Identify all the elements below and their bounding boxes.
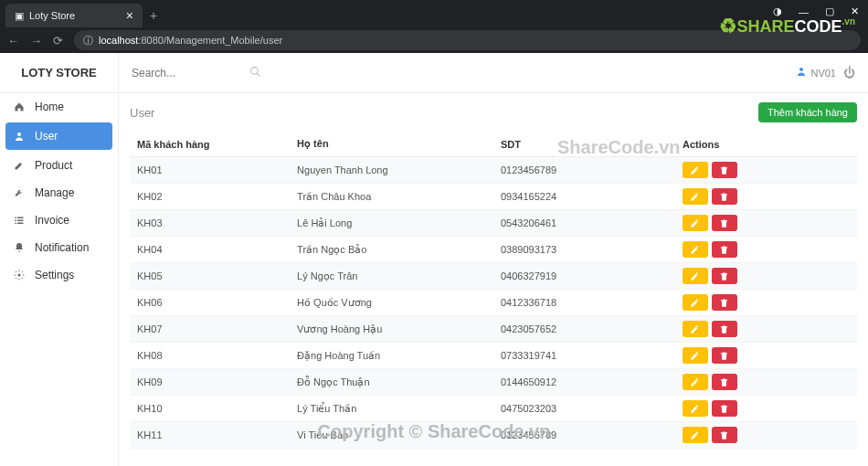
- edit-button[interactable]: [683, 294, 708, 311]
- delete-button[interactable]: [712, 215, 737, 231]
- cell-phone: 0475023203: [493, 396, 675, 422]
- cell-actions: [675, 237, 857, 263]
- cell-name: Trần Châu Khoa: [290, 184, 493, 210]
- sidebar-item-product[interactable]: Product: [0, 152, 118, 179]
- page-title: User: [130, 106, 154, 120]
- cell-phone: 0406327919: [493, 263, 675, 290]
- delete-button[interactable]: [712, 268, 737, 284]
- delete-button[interactable]: [712, 374, 737, 390]
- cell-phone: 0543206461: [493, 210, 675, 237]
- col-name: Họ tên: [290, 132, 493, 157]
- delete-button[interactable]: [712, 400, 737, 417]
- reload-button[interactable]: ⟳: [53, 34, 63, 48]
- url-path: /Management_Mobile/user: [164, 35, 282, 46]
- table-row: KH07Vương Hoàng Hậu0423057652: [130, 316, 857, 343]
- edit-icon: [13, 160, 26, 171]
- edit-button[interactable]: [683, 241, 708, 258]
- svg-point-2: [799, 68, 803, 71]
- cell-phone: 0412336718: [493, 290, 675, 316]
- tab-close-button[interactable]: ×: [126, 8, 133, 23]
- edit-button[interactable]: [683, 215, 708, 231]
- col-id: Mã khách hàng: [130, 132, 290, 157]
- edit-button[interactable]: [683, 374, 708, 390]
- sidebar-item-label: Product: [35, 159, 72, 172]
- brand-logo[interactable]: LOTY STORE: [0, 53, 119, 93]
- sidebar-item-manage[interactable]: Manage: [0, 179, 118, 207]
- table-row: KH02Trần Châu Khoa0934165224: [130, 184, 857, 210]
- add-customer-button[interactable]: Thêm khách hàng: [758, 102, 857, 122]
- sidebar-item-notification[interactable]: Notification: [0, 234, 118, 261]
- cell-name: Lý Ngọc Trân: [290, 263, 493, 290]
- cell-phone: 0389093173: [493, 237, 675, 263]
- logout-icon[interactable]: ⏻: [843, 66, 855, 79]
- sidebar-item-label: Home: [35, 101, 64, 113]
- edit-button[interactable]: [683, 188, 708, 205]
- users-table: Mã khách hàng Họ tên SDT Actions KH01Ngu…: [130, 132, 857, 449]
- url-host: localhost: [99, 35, 138, 46]
- sidebar-item-user[interactable]: User: [5, 122, 112, 150]
- delete-button[interactable]: [712, 188, 737, 205]
- cell-phone: 0123456789: [493, 157, 675, 184]
- sidebar-item-invoice[interactable]: Invoice: [0, 207, 118, 234]
- cogs-icon: [13, 270, 26, 281]
- cell-phone: 0934165224: [493, 184, 675, 210]
- edit-button[interactable]: [683, 268, 708, 284]
- table-row: KH10Lý Tiểu Thần0475023203: [130, 396, 857, 422]
- search-input[interactable]: [132, 67, 241, 79]
- delete-button[interactable]: [712, 294, 737, 311]
- delete-button[interactable]: [712, 241, 737, 258]
- sidebar-item-settings[interactable]: Settings: [0, 261, 118, 289]
- cell-id: KH01: [130, 157, 290, 184]
- user-icon: [796, 66, 807, 79]
- table-row: KH04Trần Ngọc Bảo0389093173: [130, 237, 857, 263]
- cell-actions: [675, 369, 857, 396]
- cell-name: Đỗ Ngọc Thuận: [290, 369, 493, 396]
- tab-favicon: ▣: [15, 10, 24, 22]
- back-button[interactable]: ←: [7, 34, 19, 48]
- cell-name: Hồ Quốc Vương: [290, 290, 493, 316]
- sidebar-item-home[interactable]: Home: [0, 93, 118, 121]
- forward-button[interactable]: →: [30, 34, 42, 48]
- cell-id: KH02: [130, 184, 290, 210]
- app-header: LOTY STORE NV01 ⏻: [0, 53, 868, 93]
- svg-point-3: [17, 132, 21, 136]
- svg-rect-6: [16, 220, 17, 222]
- cell-name: Nguyen Thanh Long: [290, 157, 493, 184]
- search-icon[interactable]: [249, 66, 261, 80]
- cell-phone: 0144650912: [493, 369, 675, 396]
- svg-point-10: [18, 274, 21, 277]
- delete-button[interactable]: [712, 321, 737, 337]
- sidebar: HomeUserProductManageInvoiceNotification…: [0, 53, 119, 466]
- cell-actions: [675, 210, 857, 237]
- cell-id: KH08: [130, 343, 290, 369]
- main-content: User Thêm khách hàng Mã khách hàng Họ tê…: [119, 53, 868, 466]
- cell-id: KH09: [130, 369, 290, 396]
- site-info-icon[interactable]: ⓘ: [83, 34, 93, 48]
- cell-actions: [675, 396, 857, 422]
- user-area[interactable]: NV01 ⏻: [796, 66, 855, 79]
- table-row: KH09Đỗ Ngọc Thuận0144650912: [130, 369, 857, 396]
- edit-button[interactable]: [683, 347, 708, 364]
- cell-id: KH06: [130, 290, 290, 316]
- cell-actions: [675, 343, 857, 369]
- sidebar-item-label: Manage: [35, 186, 74, 199]
- table-row: KH05Lý Ngọc Trân0406327919: [130, 263, 857, 290]
- sidebar-item-label: Settings: [35, 269, 74, 281]
- edit-button[interactable]: [683, 162, 708, 178]
- table-row: KH01Nguyen Thanh Long0123456789: [130, 157, 857, 184]
- cell-id: KH07: [130, 316, 290, 343]
- new-tab-button[interactable]: +: [150, 8, 157, 23]
- delete-button[interactable]: [712, 162, 737, 178]
- sidebar-item-label: User: [35, 130, 58, 143]
- page-header: User Thêm khách hàng: [130, 102, 857, 122]
- sidebar-item-label: Notification: [35, 241, 89, 254]
- table-row: KH03Lê Hải Long0543206461: [130, 210, 857, 237]
- browser-tab[interactable]: ▣ Loty Store ×: [5, 4, 143, 27]
- username: NV01: [810, 68, 836, 79]
- delete-button[interactable]: [712, 347, 737, 364]
- cell-id: KH05: [130, 263, 290, 290]
- person-icon: [13, 131, 26, 142]
- edit-button[interactable]: [683, 321, 708, 337]
- edit-button[interactable]: [683, 400, 708, 417]
- home-icon: [13, 101, 26, 112]
